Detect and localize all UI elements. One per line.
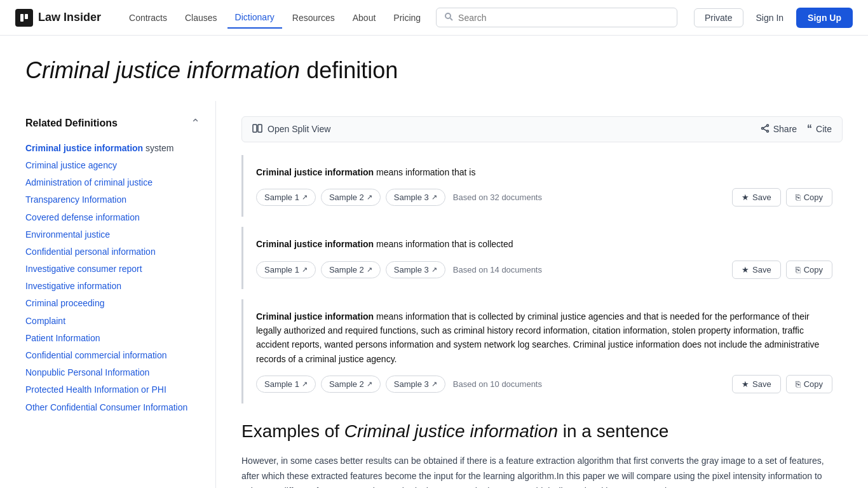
sample2-btn-3[interactable]: Sample 2 ↗ bbox=[321, 376, 381, 393]
list-item: Criminal justice information system bbox=[25, 140, 200, 156]
sidebar-link-patient-info[interactable]: Patient Information bbox=[25, 330, 200, 346]
list-item: Covered defense information bbox=[25, 210, 200, 226]
signup-button[interactable]: Sign Up bbox=[796, 8, 853, 28]
definition-rest-2: means information that is collected bbox=[374, 239, 513, 249]
svg-point-6 bbox=[766, 125, 768, 126]
definition-rest-1: means information that is bbox=[374, 167, 475, 177]
sample2-label-1: Sample 2 bbox=[329, 193, 364, 202]
sidebar-title: Related Definitions bbox=[25, 118, 118, 129]
sidebar-link-transparency[interactable]: Transparency Information bbox=[25, 192, 200, 208]
save-button-2[interactable]: ★ Save bbox=[732, 261, 781, 279]
external-link-icon: ↗ bbox=[431, 266, 437, 274]
list-item: Environmental justice bbox=[25, 227, 200, 243]
svg-rect-5 bbox=[258, 125, 262, 132]
open-split-view-button[interactable]: Open Split View bbox=[252, 123, 330, 135]
header-actions: Private Sign In Sign Up bbox=[694, 8, 853, 28]
cite-icon: “ bbox=[807, 123, 812, 135]
sample1-btn-3[interactable]: Sample 1 ↗ bbox=[256, 376, 316, 393]
sidebar-link-environmental-justice[interactable]: Environmental justice bbox=[25, 227, 200, 243]
definition-actions-3: Sample 1 ↗ Sample 2 ↗ Sample 3 ↗ Based o… bbox=[256, 375, 832, 393]
list-item: Investigative information bbox=[25, 278, 200, 294]
action-btns-3: ★ Save ⎘ Copy bbox=[732, 375, 832, 393]
sample3-btn-1[interactable]: Sample 3 ↗ bbox=[386, 189, 445, 206]
nav-contracts[interactable]: Contracts bbox=[121, 8, 175, 28]
definition-bold-1: Criminal justice information bbox=[256, 167, 374, 177]
svg-line-3 bbox=[451, 18, 453, 21]
examples-title-suffix: in a sentence bbox=[558, 421, 668, 441]
page-title-suffix: definition bbox=[300, 57, 398, 83]
sidebar-link-complaint[interactable]: Complaint bbox=[25, 313, 200, 329]
sample3-btn-3[interactable]: Sample 3 ↗ bbox=[386, 376, 445, 393]
svg-rect-4 bbox=[253, 125, 257, 132]
search-input[interactable] bbox=[458, 13, 669, 23]
list-item: Complaint bbox=[25, 313, 200, 329]
based-on-1: Based on 32 documents bbox=[453, 193, 542, 202]
external-link-icon: ↗ bbox=[302, 193, 308, 201]
content-row: Related Definitions ⌃ Criminal justice i… bbox=[0, 101, 868, 488]
save-label-2: Save bbox=[752, 265, 771, 274]
action-btns-1: ★ Save ⎘ Copy bbox=[732, 188, 832, 207]
save-button-1[interactable]: ★ Save bbox=[732, 188, 781, 207]
action-btns-2: ★ Save ⎘ Copy bbox=[732, 261, 832, 279]
sidebar-link-nonpublic-personal[interactable]: Nonpublic Personal Information bbox=[25, 365, 200, 381]
definition-bold-2: Criminal justice information bbox=[256, 239, 374, 249]
list-item: Protected Health Information or PHI bbox=[25, 382, 200, 398]
star-icon-3: ★ bbox=[742, 379, 749, 389]
sidebar-link-criminal-justice-agency[interactable]: Criminal justice agency bbox=[25, 158, 200, 173]
logo-icon bbox=[15, 9, 33, 27]
sidebar-link-confidential-commercial[interactable]: Confidential commercial information bbox=[25, 348, 200, 363]
nav-pricing[interactable]: Pricing bbox=[386, 8, 428, 28]
sample1-btn-1[interactable]: Sample 1 ↗ bbox=[256, 189, 316, 206]
sample2-label-3: Sample 2 bbox=[329, 379, 364, 389]
sidebar-link-investigative-consumer[interactable]: Investigative consumer report bbox=[25, 261, 200, 277]
sidebar-link-criminal-proceeding[interactable]: Criminal proceeding bbox=[25, 295, 200, 311]
list-item: Other Confidential Consumer Information bbox=[25, 400, 200, 416]
star-icon-2: ★ bbox=[742, 265, 749, 274]
nav-dictionary[interactable]: Dictionary bbox=[227, 7, 282, 29]
sidebar-collapse-icon[interactable]: ⌃ bbox=[191, 116, 200, 130]
search-container[interactable] bbox=[436, 8, 677, 27]
sample3-label-1: Sample 3 bbox=[394, 193, 429, 202]
definition-card-2: Criminal justice information means infor… bbox=[241, 227, 843, 288]
external-link-icon: ↗ bbox=[431, 193, 437, 201]
logo[interactable]: Law Insider bbox=[15, 9, 101, 27]
star-icon-1: ★ bbox=[742, 193, 749, 202]
private-button[interactable]: Private bbox=[694, 8, 743, 27]
sidebar-link-admin-criminal-justice[interactable]: Administration of criminal justice bbox=[25, 175, 200, 191]
sample2-btn-1[interactable]: Sample 2 ↗ bbox=[321, 189, 381, 206]
sample1-label-2: Sample 1 bbox=[264, 265, 299, 274]
examples-title-italic: Criminal justice information bbox=[344, 421, 558, 441]
share-button[interactable]: Share bbox=[761, 124, 797, 135]
open-split-view-label: Open Split View bbox=[268, 124, 330, 134]
nav-about[interactable]: About bbox=[345, 8, 384, 28]
external-link-icon: ↗ bbox=[367, 380, 372, 388]
nav-clauses[interactable]: Clauses bbox=[177, 8, 225, 28]
sidebar-link-investigative-info[interactable]: Investigative information bbox=[25, 278, 200, 294]
copy-button-2[interactable]: ⎘ Copy bbox=[786, 261, 832, 279]
copy-icon-3: ⎘ bbox=[796, 379, 801, 389]
sidebar-link-criminal-justice-info-system[interactable]: Criminal justice information system bbox=[25, 140, 200, 156]
sidebar-link-other-confidential[interactable]: Other Confidential Consumer Information bbox=[25, 400, 200, 416]
nav-resources[interactable]: Resources bbox=[285, 8, 342, 28]
svg-rect-0 bbox=[20, 14, 24, 22]
sample2-btn-2[interactable]: Sample 2 ↗ bbox=[321, 261, 381, 278]
search-icon bbox=[444, 12, 453, 23]
sidebar-link-confidential-personal[interactable]: Confidential personal information bbox=[25, 244, 200, 260]
sample1-btn-2[interactable]: Sample 1 ↗ bbox=[256, 261, 316, 278]
copy-button-1[interactable]: ⎘ Copy bbox=[786, 188, 832, 207]
sidebar-link-covered-defense[interactable]: Covered defense information bbox=[25, 210, 200, 226]
sample3-btn-2[interactable]: Sample 3 ↗ bbox=[386, 261, 445, 278]
signin-button[interactable]: Sign In bbox=[751, 9, 789, 27]
definition-bold-3: Criminal justice information bbox=[256, 311, 374, 322]
definition-card-1: Criminal justice information means infor… bbox=[241, 155, 843, 217]
sample2-label-2: Sample 2 bbox=[329, 265, 364, 274]
svg-point-7 bbox=[766, 130, 768, 132]
save-button-3[interactable]: ★ Save bbox=[732, 375, 781, 393]
copy-label-1: Copy bbox=[804, 193, 823, 202]
sidebar-link-phi[interactable]: Protected Health Information or PHI bbox=[25, 382, 200, 398]
cite-button[interactable]: “ Cite bbox=[807, 123, 832, 135]
copy-button-3[interactable]: ⎘ Copy bbox=[786, 375, 832, 393]
cite-label: Cite bbox=[816, 124, 832, 134]
copy-icon-1: ⎘ bbox=[796, 193, 801, 202]
save-label-3: Save bbox=[752, 379, 771, 389]
